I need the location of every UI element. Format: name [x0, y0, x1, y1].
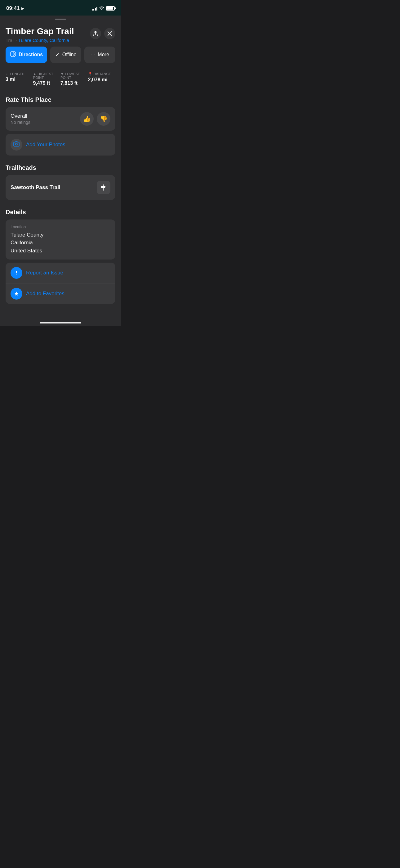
directions-label: Directions: [19, 52, 43, 57]
details-section-title: Details: [6, 209, 115, 216]
rate-section-title: Rate This Place: [6, 96, 115, 103]
place-header: Timber Gap Trail Trail · Tulare County, …: [0, 22, 121, 46]
location-arrow-icon: ▶: [22, 6, 24, 10]
directions-button[interactable]: Directions: [6, 46, 47, 63]
more-label: More: [98, 52, 109, 57]
stat-length: ↔ LENGTH 3 mi: [6, 72, 33, 86]
report-icon-wrap: !: [10, 267, 22, 279]
time-display: 09:41: [6, 5, 20, 11]
details-section: Details Location Tulare County Californi…: [0, 203, 121, 307]
close-button[interactable]: [104, 28, 115, 39]
stat-lowest: ▼ LOWEST POINT 7,813 ft: [61, 72, 88, 86]
rate-section: Rate This Place Overall No ratings 👍 👎: [0, 90, 121, 158]
stat-distance-label: 📍 DISTANCE: [88, 72, 112, 76]
camera-icon-wrap: [10, 139, 22, 151]
stat-length-value: 3 mi: [6, 77, 30, 82]
details-location-label: Location: [10, 224, 110, 229]
place-location-link[interactable]: Tulare County, California: [18, 37, 69, 43]
wifi-icon: [99, 6, 104, 11]
thumbs-up-button[interactable]: 👍: [80, 112, 94, 126]
place-type: Trail: [6, 37, 14, 43]
trailheads-section: Trailheads Sawtooth Pass Trail: [0, 158, 121, 203]
home-indicator: [0, 319, 121, 326]
more-ellipsis-icon: ···: [91, 52, 95, 58]
rate-row: Overall No ratings 👍 👎: [10, 112, 110, 126]
favorites-icon-wrap: ★: [10, 288, 22, 300]
home-bar: [40, 322, 81, 323]
details-location-value: Tulare County California United States: [10, 231, 110, 255]
action-buttons-row: Directions ✓ Offline ··· More: [0, 46, 121, 68]
trailhead-name: Sawtooth Pass Trail: [10, 184, 61, 191]
stat-highest: ▲ HIGHEST POINT 9,479 ft: [33, 72, 61, 86]
report-issue-button[interactable]: ! Report an Issue: [6, 262, 115, 283]
directions-icon: [10, 51, 16, 59]
trail-subtitle: Trail · Tulare County, California: [6, 37, 90, 43]
stat-highest-value: 9,479 ft: [33, 81, 58, 86]
trailheads-section-title: Trailheads: [6, 164, 115, 172]
location-line3: United States: [10, 248, 42, 254]
add-photos-button[interactable]: Add Your Photos: [6, 134, 115, 156]
stat-distance-value: 2,078 mi: [88, 77, 112, 83]
drag-handle: [55, 19, 66, 20]
header-text: Timber Gap Trail Trail · Tulare County, …: [6, 27, 90, 43]
thumbs-down-button[interactable]: 👎: [97, 112, 110, 126]
details-card: Location Tulare County California United…: [6, 219, 115, 260]
rate-no-ratings: No ratings: [10, 120, 30, 125]
add-photos-label: Add Your Photos: [26, 142, 65, 148]
signal-icon: [92, 6, 97, 10]
main-sheet: Timber Gap Trail Trail · Tulare County, …: [0, 16, 121, 319]
rate-overall-label: Overall: [10, 113, 30, 119]
report-issue-label: Report an Issue: [26, 270, 63, 276]
location-line1: Tulare County: [10, 232, 43, 238]
page-title: Timber Gap Trail: [6, 27, 90, 36]
offline-check-icon: ✓: [55, 51, 60, 58]
add-favorites-button[interactable]: ★ Add to Favorites: [6, 283, 115, 304]
rate-text: Overall No ratings: [10, 113, 30, 125]
stat-lowest-value: 7,813 ft: [61, 81, 85, 86]
signpost-icon: [97, 181, 110, 194]
status-time: 09:41 ▶: [6, 5, 24, 11]
stat-lowest-label: ▼ LOWEST POINT: [61, 72, 85, 80]
status-icons: [92, 6, 115, 11]
add-favorites-label: Add to Favorites: [26, 290, 65, 297]
rate-card: Overall No ratings 👍 👎: [6, 107, 115, 131]
location-line2: California: [10, 240, 33, 246]
header-action-buttons: [90, 28, 115, 39]
svg-point-1: [15, 144, 18, 145]
status-bar: 09:41 ▶: [0, 0, 121, 16]
action-list: ! Report an Issue ★ Add to Favorites: [6, 262, 115, 304]
stat-distance: 📍 DISTANCE 2,078 mi: [88, 72, 116, 86]
sheet-handle: [0, 16, 121, 22]
trailhead-item[interactable]: Sawtooth Pass Trail: [6, 175, 115, 200]
offline-label: Offline: [62, 52, 76, 57]
share-button[interactable]: [90, 28, 101, 39]
star-icon: ★: [14, 290, 19, 297]
stats-bar: ↔ LENGTH 3 mi ▲ HIGHEST POINT 9,479 ft ▼…: [0, 68, 121, 90]
rate-buttons: 👍 👎: [80, 112, 110, 126]
report-icon: !: [15, 270, 17, 276]
more-button[interactable]: ··· More: [84, 46, 115, 63]
stat-length-label: ↔ LENGTH: [6, 72, 30, 76]
camera-icon: [13, 141, 20, 148]
offline-button[interactable]: ✓ Offline: [50, 46, 81, 63]
stat-highest-label: ▲ HIGHEST POINT: [33, 72, 58, 80]
battery-icon: [106, 6, 115, 10]
